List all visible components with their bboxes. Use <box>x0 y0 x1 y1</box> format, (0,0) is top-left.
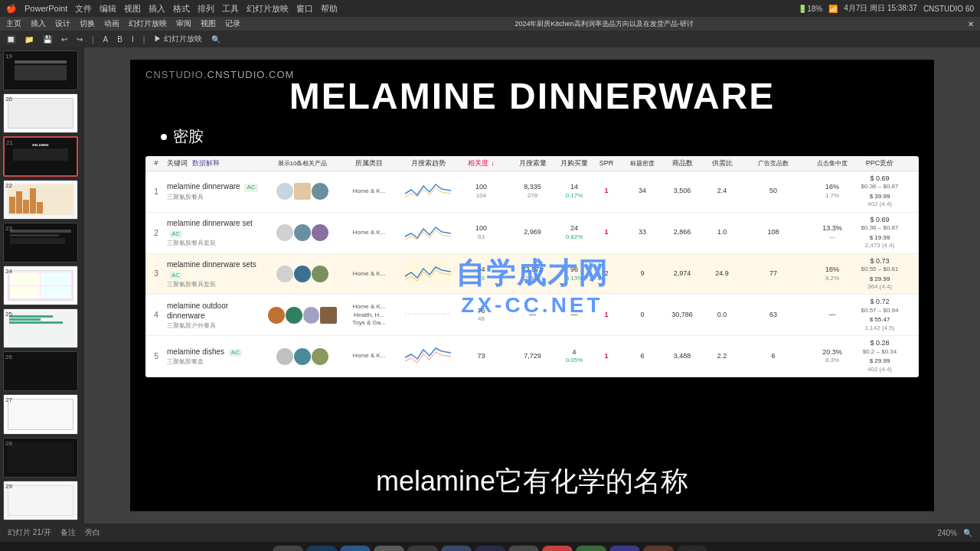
relevance-4: 7648 <box>456 307 506 324</box>
click-conc-1: 16%1.7% <box>805 183 859 200</box>
ribbon-redo[interactable]: ↪ <box>77 35 83 44</box>
th-products[interactable]: 展示10条相关产品 <box>268 160 337 168</box>
dock-launchpad[interactable]: 🚀 <box>306 546 337 551</box>
dock-word[interactable]: 📘 <box>609 546 640 551</box>
dock-finder[interactable]: 🖥 <box>273 546 303 551</box>
products-2: 2,866 <box>663 228 701 237</box>
toolbar-transitions[interactable]: 切换 <box>80 18 95 29</box>
menu-window[interactable]: 窗口 <box>296 3 313 15</box>
menu-insert[interactable]: 插入 <box>149 3 165 15</box>
ppc-3: $ 0.73$0.55 – $0.81 $ 29.99 364 (4.4) <box>861 257 899 292</box>
dock-mail[interactable]: ✉️ <box>508 546 539 551</box>
dock-excel[interactable]: 📗 <box>576 546 606 551</box>
toolbar-design[interactable]: 设计 <box>55 18 70 29</box>
toolbar-view[interactable]: 视图 <box>201 18 216 29</box>
slide-thumb-28[interactable]: 28 <box>3 438 78 478</box>
menu-arrange[interactable]: 排列 <box>198 3 214 15</box>
ad-products-5: 6 <box>743 352 804 361</box>
slide-panel[interactable]: 19 20 21 MELAMINE 22 <box>0 47 84 523</box>
statusbar: 幻灯片 21/开 备注 旁白 240% 🔍 <box>0 523 980 542</box>
menu-help[interactable]: 帮助 <box>321 3 338 15</box>
apple-menu[interactable]: 🍎 <box>6 4 17 14</box>
ribbon-save[interactable]: 💾 <box>43 35 52 44</box>
status-comments[interactable]: 旁白 <box>85 527 100 538</box>
product-images-5 <box>268 348 337 365</box>
slide-thumb-24[interactable]: 24 <box>3 266 78 305</box>
toolbar-animation[interactable]: 动画 <box>104 18 119 29</box>
toolbar-notes[interactable]: 记录 <box>225 18 240 29</box>
ribbon-italic[interactable]: I <box>132 35 134 44</box>
zoom-icon[interactable]: 🔍 <box>963 529 972 537</box>
mac-menu[interactable]: 🍎 PowerPoint 文件 编辑 视图 插入 格式 排列 工具 幻灯片放映 … <box>6 3 338 15</box>
slide-thumb-25[interactable]: 25 <box>3 308 78 348</box>
ribbon-font[interactable]: A <box>103 35 109 44</box>
ribbon-slideshow[interactable]: ▶ 幻灯片放映 <box>154 34 202 44</box>
dock-safari[interactable]: 🧭 <box>340 546 371 551</box>
ad-products-2: 108 <box>743 228 804 237</box>
supply-demand-4: 0.0 <box>703 311 741 320</box>
row-num-1: 1 <box>147 187 165 197</box>
spr-5: 1 <box>591 352 622 361</box>
trend-1 <box>401 178 455 204</box>
toolbar-slideshow[interactable]: 幻灯片放映 <box>129 18 167 29</box>
spr-3: 2 <box>591 269 622 279</box>
th-num: # <box>147 159 165 168</box>
slide-thumb-23[interactable]: 23 <box>3 223 78 262</box>
table-row: 2 melamine dinnerware set AC 三聚氰胺餐具套装 Ho… <box>145 213 919 254</box>
trend-5 <box>401 344 455 370</box>
relevance-1: 100104 <box>456 183 506 200</box>
category-3: Home & K... <box>338 270 400 278</box>
dock-finder2[interactable]: 📁 <box>643 546 674 551</box>
search-vol-2: 2,969 <box>508 228 557 237</box>
dock-facetime[interactable]: 📹 <box>475 546 505 551</box>
keyword-cell-3: melamine dinnerware sets AC 三聚氰胺餐具套装 <box>167 259 266 289</box>
zoom-level[interactable]: 240% <box>937 529 957 537</box>
spr-1: 1 <box>591 187 622 196</box>
click-conc-3: 16%8.2% <box>805 266 859 282</box>
dock-trash[interactable]: 🗑 <box>677 546 707 551</box>
menu-slideshow[interactable]: 幻灯片放映 <box>247 3 289 15</box>
dock-messages[interactable]: 💬 <box>441 546 472 551</box>
ppc-2: $ 0.69$0.36 – $0.87 $ 19.99 2,473 (4.4) <box>861 216 899 250</box>
slide-thumb-22[interactable]: 22 <box>3 180 78 220</box>
slide-area: CNSTUDIO.CNSTUDIO.COM MELAMINE DINNERWAR… <box>84 47 980 523</box>
slide-thumb-21[interactable]: 21 MELAMINE <box>3 136 78 176</box>
product-images-1 <box>268 183 337 200</box>
dock-preview[interactable]: 🖼 <box>407 546 438 551</box>
ribbon-bold[interactable]: B <box>117 35 122 44</box>
ribbon-undo[interactable]: ↩ <box>61 35 67 44</box>
slide-content: CNSTUDIO.CNSTUDIO.COM MELAMINE DINNERWAR… <box>130 60 934 511</box>
slide-thumb-29[interactable]: 29 <box>3 481 78 520</box>
menu-edit[interactable]: 编辑 <box>100 3 116 15</box>
statusbar-left: 幻灯片 21/开 备注 旁白 <box>8 527 100 538</box>
menu-format[interactable]: 格式 <box>173 3 190 15</box>
ribbon-open[interactable]: 📁 <box>24 35 34 44</box>
ppt-ribbon: 🔲 📁 💾 ↩ ↪ | A B I | ▶ 幻灯片放映 🔍 <box>0 31 980 47</box>
click-conc-2: 13.3%— <box>805 224 859 241</box>
menu-file[interactable]: 文件 <box>75 3 92 15</box>
slide-thumb-19[interactable]: 19 <box>3 51 78 90</box>
toolbar-home[interactable]: 主页 <box>6 18 21 29</box>
ribbon-search[interactable]: 🔍 <box>211 35 220 44</box>
products-3: 2,974 <box>663 269 701 279</box>
category-5: Home & K... <box>338 352 400 360</box>
slide-thumb-26[interactable]: 26 <box>3 351 78 391</box>
th-category: 所属类目 <box>338 159 400 168</box>
menu-view[interactable]: 视图 <box>124 3 141 15</box>
slide-thumb-27[interactable]: 27 <box>3 394 78 434</box>
product-images-3 <box>268 266 337 282</box>
th-keyword[interactable]: 关键词 数据解释 <box>167 159 266 168</box>
menu-tools[interactable]: 工具 <box>222 3 239 15</box>
title-density-5: 6 <box>623 352 662 361</box>
toolbar-insert[interactable]: 插入 <box>31 18 46 29</box>
search-vol-1: 8,335278 <box>508 183 557 200</box>
ribbon-new[interactable]: 🔲 <box>6 35 15 44</box>
bullet-dot <box>161 134 167 140</box>
status-notes[interactable]: 备注 <box>60 527 76 538</box>
slide-thumb-20[interactable]: 20 <box>3 93 78 133</box>
close-btn[interactable]: ✕ <box>968 20 974 28</box>
th-relevance[interactable]: 相关度 ↓ <box>456 159 506 168</box>
toolbar-review[interactable]: 审阅 <box>176 18 191 29</box>
dock-powerpoint[interactable]: 📄 <box>542 546 573 551</box>
dock-activity[interactable]: 📊 <box>374 546 404 551</box>
